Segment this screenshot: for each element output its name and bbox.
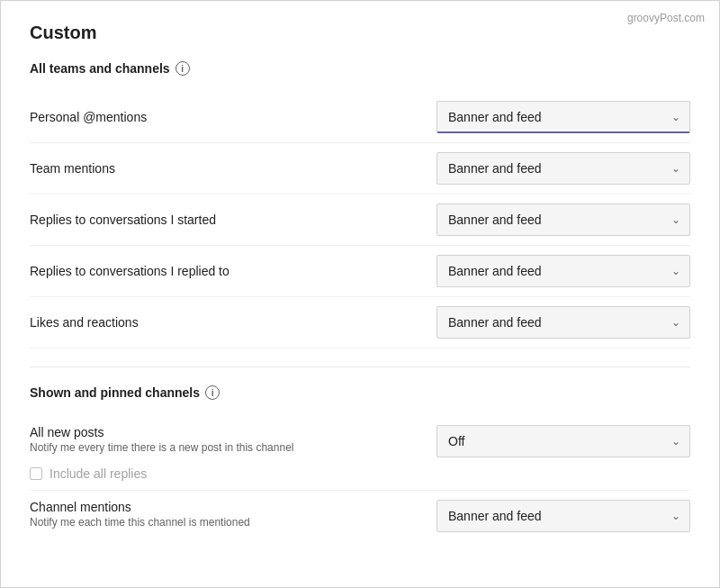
section-header-all-teams: All teams and channels i bbox=[30, 61, 690, 76]
sublabel-channel-mentions: Notify me each time this channel is ment… bbox=[30, 516, 250, 529]
checkbox-label-include-replies: Include all replies bbox=[50, 466, 147, 481]
dropdown-replies-replied[interactable]: Banner and feed ⌄ bbox=[436, 255, 690, 287]
dropdown-value-likes-reactions: Banner and feed bbox=[448, 315, 542, 330]
label-replies-replied: Replies to conversations I replied to bbox=[30, 264, 230, 278]
dropdown-value-all-new-posts: Off bbox=[448, 434, 464, 448]
row-all-new-posts: All new posts Notify me every time there… bbox=[30, 416, 690, 491]
dropdown-channel-mentions[interactable]: Banner and feed ⌄ bbox=[436, 500, 690, 532]
row-replies-replied: Replies to conversations I replied to Ba… bbox=[30, 246, 690, 297]
chevron-icon-team-mentions: ⌄ bbox=[671, 162, 680, 175]
dropdown-team-mentions[interactable]: Banner and feed ⌄ bbox=[436, 152, 690, 185]
info-icon-shown-pinned[interactable]: i bbox=[205, 385, 220, 400]
checkbox-row-include-replies: Include all replies bbox=[30, 457, 690, 490]
checkbox-include-replies[interactable] bbox=[30, 467, 42, 480]
label-group-channel-mentions: Channel mentions Notify me each time thi… bbox=[30, 500, 250, 529]
dropdown-likes-reactions[interactable]: Banner and feed ⌄ bbox=[436, 306, 690, 339]
label-replies-started: Replies to conversations I started bbox=[30, 213, 216, 227]
dropdown-value-replies-started: Banner and feed bbox=[448, 213, 542, 227]
chevron-icon-replies-started: ⌄ bbox=[671, 213, 680, 226]
label-team-mentions: Team mentions bbox=[30, 161, 115, 176]
label-personal-mentions: Personal @mentions bbox=[30, 110, 147, 124]
label-group-all-new-posts: All new posts Notify me every time there… bbox=[30, 425, 293, 454]
dropdown-all-new-posts[interactable]: Off ⌄ bbox=[436, 425, 690, 457]
chevron-icon-likes-reactions: ⌄ bbox=[671, 316, 680, 329]
section-title-shown-pinned: Shown and pinned channels bbox=[30, 385, 200, 400]
dropdown-replies-started[interactable]: Banner and feed ⌄ bbox=[436, 204, 690, 236]
watermark: groovyPost.com bbox=[627, 12, 705, 24]
section-title-all-teams: All teams and channels bbox=[30, 61, 170, 76]
dropdown-value-replies-replied: Banner and feed bbox=[448, 264, 542, 278]
chevron-icon-personal-mentions: ⌄ bbox=[671, 111, 680, 123]
dropdown-value-team-mentions: Banner and feed bbox=[448, 161, 542, 176]
chevron-icon-all-new-posts: ⌄ bbox=[671, 435, 680, 448]
row-replies-started: Replies to conversations I started Banne… bbox=[30, 194, 690, 246]
row-likes-reactions: Likes and reactions Banner and feed ⌄ bbox=[30, 297, 690, 348]
sublabel-all-new-posts: Notify me every time there is a new post… bbox=[30, 441, 293, 454]
row-personal-mentions: Personal @mentions Banner and feed ⌄ bbox=[30, 92, 690, 143]
chevron-icon-replies-replied: ⌄ bbox=[671, 265, 680, 277]
label-channel-mentions: Channel mentions bbox=[30, 500, 250, 514]
dropdown-value-personal-mentions: Banner and feed bbox=[448, 110, 542, 124]
section-divider bbox=[30, 366, 690, 367]
label-all-new-posts: All new posts bbox=[30, 425, 293, 439]
row-team-mentions: Team mentions Banner and feed ⌄ bbox=[30, 143, 690, 194]
label-likes-reactions: Likes and reactions bbox=[30, 315, 139, 330]
chevron-icon-channel-mentions: ⌄ bbox=[671, 510, 680, 522]
dropdown-personal-mentions[interactable]: Banner and feed ⌄ bbox=[436, 101, 690, 133]
row-channel-mentions: Channel mentions Notify me each time thi… bbox=[30, 491, 690, 541]
page-title: Custom bbox=[30, 23, 690, 43]
section-header-shown-pinned: Shown and pinned channels i bbox=[30, 385, 690, 400]
info-icon-all-teams[interactable]: i bbox=[176, 61, 190, 76]
dropdown-value-channel-mentions: Banner and feed bbox=[448, 509, 542, 523]
settings-panel: groovyPost.com Custom All teams and chan… bbox=[0, 0, 720, 588]
